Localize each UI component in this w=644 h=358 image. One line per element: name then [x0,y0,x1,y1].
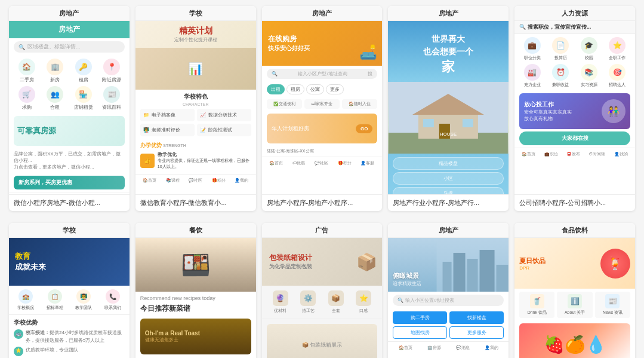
icon-craft[interactable]: ⚙️ 搭工艺 [300,290,316,314]
icon-fulltime[interactable]: ⭐ 全职工作 [605,37,630,61]
icon-drink[interactable]: 🥤 Drink 饮品 [519,292,554,318]
card6-section: 学校优势 🚌 校车接送：提供24小时多线路优质校车接送服务，提供接送服务，已服务… [9,315,130,358]
nav-overview[interactable]: 🏫 学校概况 [17,289,34,311]
btn-premium[interactable]: 精品楼盘 [393,157,504,170]
purchase-icon: 🛒 [22,90,31,99]
footer-me[interactable]: 👤我的 [614,151,628,157]
card1-icons2: 🛒 求购 👥 合租 🏪 店铺租赁 📰 资讯百科 [9,86,130,114]
footer-home[interactable]: 🏠首页 [399,345,412,351]
icon-submit-cv[interactable]: 📄 投简历 [548,37,574,61]
feature-traffic[interactable]: ✅交通便利 [267,99,302,109]
card4-house-scene: HOUSE [388,82,509,154]
card-real-estate-3[interactable]: 房地产 俯瞰城景 追求精致生活 [388,223,509,358]
about-icon: ℹ️ [571,297,580,305]
tab-rent-out[interactable]: 出租 [267,84,285,94]
feature-teacher[interactable]: 👨‍🏫 老师准时评价 [140,124,195,136]
icon-parttime[interactable]: ⏰ 兼职收益 [548,64,574,88]
footer-timeline[interactable]: ⏱时间轴 [588,151,605,157]
icon-nearby[interactable]: 📍 附近房源 [98,59,124,83]
card-real-estate-1[interactable]: 房地产 房地产 🔍 区域楼盘、标题详情... 🏠 二手房 🏢 新房 [9,6,130,211]
footer-community[interactable]: 💬社区 [189,178,202,183]
footer-points[interactable]: 🎁积分 [338,160,352,166]
card1-category: 房地产 [9,6,130,21]
nav-teachers[interactable]: 👨‍🏫 教学团队 [75,289,92,311]
rent-icon: 🔑 [79,63,88,71]
icon-material[interactable]: 🔮 优材料 [273,290,288,314]
icon-recruiter[interactable]: 🎯 招聘达人 [605,64,630,88]
icon-quality[interactable]: ⭐ 口感 [356,290,371,314]
btn-second-hand[interactable]: 购二手房 [393,311,447,324]
quality-icon-shape: ⭐ [356,290,371,306]
footer-home[interactable]: 🏠首页 [143,178,156,183]
icon-position[interactable]: 💼 职位分类 [519,37,545,61]
icon-rent[interactable]: 🔑 租房 [70,59,96,83]
icon-info[interactable]: 📰 资讯百科 [98,86,124,111]
icon-fullset[interactable]: 📦 全套 [328,290,344,314]
card1-search[interactable]: 🔍 区域楼盘、标题详情... [14,41,125,53]
tab-more[interactable]: 更多 [326,84,344,94]
nav-contact[interactable]: 📞 联系我们 [104,289,121,311]
feature-furniture[interactable]: 🛋家私齐全 [304,99,340,109]
card3-hero-text: 在线购房 快乐安心好好买 [268,34,310,53]
card1-header: 房地产 [9,21,130,38]
btn-search[interactable]: 乐搜 [393,187,504,194]
footer-courses[interactable]: 📚课程 [166,178,180,183]
sofa-icon: 🛋️ [359,44,377,61]
footer-home[interactable]: 🏠首页 [269,160,283,166]
footer-listings[interactable]: 🏢房源 [427,345,441,351]
icon-purchase[interactable]: 🛒 求购 [14,86,39,111]
icon-new-house[interactable]: 🏢 新房 [42,59,67,83]
footer-post[interactable]: 📮发布 [566,151,580,157]
footer-me[interactable]: 👤我的 [485,345,498,351]
card-school-1[interactable]: 学校 精英计划 定制个性化提升课程 📊 学校特色 CHARACTER 📁 电子档… [135,6,256,211]
card9-search[interactable]: 🔍 输入小区位置/地址搜索 [393,295,504,306]
card7-hero: 🍱 [135,238,256,292]
footer-message[interactable]: 💬消息 [456,345,470,351]
footer-community[interactable]: 💬社区 [315,160,328,166]
card1-label: 微信小程序房地产-微信小程... [9,194,130,211]
card5-icons2: 🏭 充力企业 ⏰ 兼职收益 📚 实习资源 🎯 招聘达人 [514,64,635,91]
icon-share-rent[interactable]: 👥 合租 [42,86,67,111]
card-real-estate-2[interactable]: 房地产 在线购房 快乐安心好好买 🛋️ 🔍 输入小区户型/地址查询 搜 出租 租 [262,6,383,211]
footer-points[interactable]: 🎁积分 [212,178,226,183]
icon-store-rent[interactable]: 🏪 店铺租赁 [70,86,96,111]
icon-enterprise[interactable]: 🏭 充力企业 [519,64,545,88]
icon-news[interactable]: 📰 News 资讯 [595,292,630,318]
card3-preview: 在线购房 快乐安心好好买 🛋️ 🔍 输入小区户型/地址查询 搜 出租 租房 公寓… [262,21,383,194]
icon-second-hand[interactable]: 🏠 二手房 [14,59,39,83]
card9-hero: 俯瞰城景 追求精致生活 [388,238,509,292]
card3-search[interactable]: 🔍 输入小区户型/地址查询 搜 [267,69,378,79]
card-advertising[interactable]: 广告 包装纸箱设计 为化学品定制包装 📦 🔮 优材料 ⚙️ [262,223,383,358]
search-btn[interactable]: 搜 [368,71,372,77]
tab-rent[interactable]: 租房 [286,84,304,94]
nav-enrollment[interactable]: 📋 招标章程 [47,289,63,311]
footer-discount[interactable]: 🏷优惠 [292,160,305,166]
card-hr[interactable]: 人力资源 🔍 搜索职位，宣传宣传宣传... 💼 职位分类 📄 投简历 [514,6,635,211]
go-btn[interactable]: GO [356,124,372,133]
btn-community[interactable]: 小区 [393,172,504,185]
feature-archive[interactable]: 📁 电子档案像 [140,109,195,121]
icon-campus[interactable]: 🎓 校园 [576,37,602,61]
card5-preview: 🔍 搜索职位，宣传宣传宣传... 💼 职位分类 📄 投简历 🎓 校园 [514,21,635,194]
star-icon: ⭐ [14,347,23,356]
feature-test[interactable]: 📝 阶段性测试 [197,124,251,136]
icon-about[interactable]: ℹ️ About 关于 [557,292,592,318]
card-food[interactable]: 餐饮 🍱 Recommend new recipes today 今日推荐新菜谱… [135,223,256,358]
btn-map[interactable]: 地图找房 [393,326,447,339]
feature-data[interactable]: 📈 数据分析技术 [197,109,251,121]
footer-service[interactable]: 👤客服 [360,160,374,166]
card9-btn-row2: 地图找房 更多服务 [393,326,504,339]
footer-me[interactable]: 👤我的 [235,178,248,183]
tab-apartment[interactable]: 公寓 [306,84,324,94]
card1-green-banner: 新房系列，买房更优惠 [14,176,125,189]
feature-checkin[interactable]: 🏠随时入住 [342,99,377,109]
footer-jobs[interactable]: 💼职位 [544,151,558,157]
btn-more[interactable]: 更多服务 [449,326,504,339]
card-beverage[interactable]: 食品饮料 夏日饮品 DPR 🍹 🥤 Drink 饮品 ℹ️ [514,223,635,358]
card-school-2[interactable]: 学校 教育 成就未来 🏫 学校概况 📋 招标章程 [9,223,130,358]
card5-btn[interactable]: 大家都在搜 [519,131,630,145]
btn-new[interactable]: 找新楼盘 [449,311,504,324]
footer-home[interactable]: 🏠首页 [522,151,535,157]
icon-internship[interactable]: 📚 实习资源 [576,64,602,88]
card-real-estate-industry[interactable]: 房地产 世界再大 也会想要一个 家 [388,6,509,211]
